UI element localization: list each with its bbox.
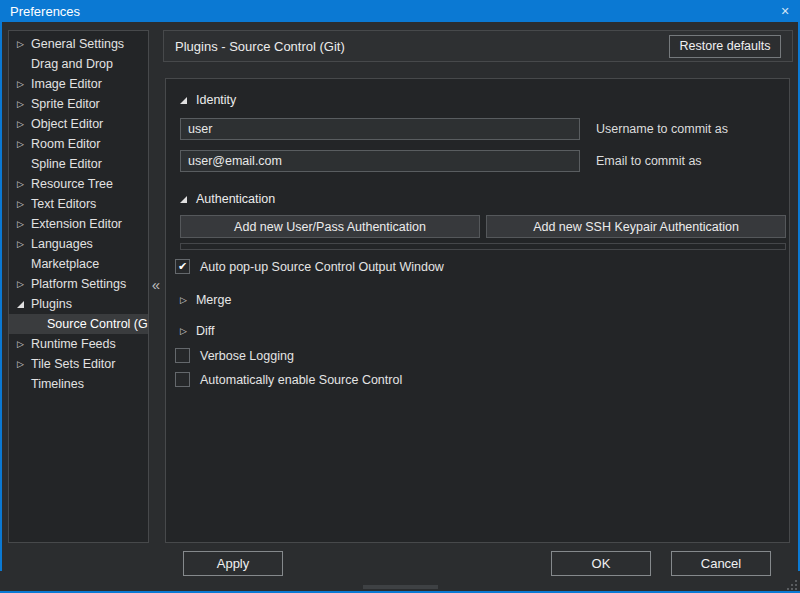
authentication-section-header[interactable]: Authentication [180,191,787,207]
auto-popup-row: ✔ Auto pop-up Source Control Output Wind… [175,259,787,274]
sidebar-item-label: Source Control (Git) [47,317,149,331]
sidebar-item-plugins[interactable]: Plugins [9,294,148,314]
collapsed-arrow-icon[interactable]: ▷ [17,140,31,149]
auto-popup-label: Auto pop-up Source Control Output Window [200,260,444,274]
sidebar-item-label: Timelines [31,377,84,391]
checkmark-icon: ✔ [178,261,187,272]
sidebar-item-tile-sets-editor[interactable]: ▷Tile Sets Editor [9,354,148,374]
sidebar-item-room-editor[interactable]: ▷Room Editor [9,134,148,154]
auto-enable-source-control-label: Automatically enable Source Control [200,373,402,387]
username-field-label: Username to commit as [596,122,728,136]
sidebar-item-timelines[interactable]: Timelines [9,374,148,394]
sidebar-item-image-editor[interactable]: ▷Image Editor [9,74,148,94]
sidebar-item-label: Runtime Feeds [31,337,116,351]
collapsed-arrow-icon[interactable]: ▷ [180,296,187,305]
restore-defaults-button[interactable]: Restore defaults [669,35,781,58]
apply-button[interactable]: Apply [183,551,283,576]
auto-enable-source-control-checkbox[interactable]: ✔ [175,372,190,387]
diff-section-label: Diff [196,324,215,338]
sidebar-item-object-editor[interactable]: ▷Object Editor [9,114,148,134]
horizontal-scrollbar-thumb[interactable] [363,585,438,589]
sidebar-item-label: Tile Sets Editor [31,357,115,371]
sidebar-item-label: Languages [31,237,93,251]
collapsed-arrow-icon[interactable]: ▷ [17,120,31,129]
merge-section-label: Merge [196,293,231,307]
page-header: Plugins - Source Control (Git) Restore d… [163,30,793,62]
collapsed-arrow-icon[interactable]: ▷ [180,327,187,336]
expanded-arrow-icon[interactable] [17,301,31,308]
sidebar-item-marketplace[interactable]: Marketplace [9,254,148,274]
sidebar-item-label: Object Editor [31,117,103,131]
sidebar-item-label: Spline Editor [31,157,102,171]
collapsed-arrow-icon[interactable]: ▷ [17,360,31,369]
cancel-button[interactable]: Cancel [671,551,771,576]
collapsed-arrow-icon[interactable]: ▷ [17,180,31,189]
sidebar-item-label: General Settings [31,37,124,51]
verbose-logging-row: ✔ Verbose Logging [175,348,787,363]
collapsed-arrow-icon[interactable]: ▷ [17,220,31,229]
authentication-buttons-row: Add new User/Pass Authentication Add new… [180,215,786,238]
sidebar-item-label: Text Editors [31,197,96,211]
expanded-arrow-icon[interactable] [180,196,187,203]
collapsed-arrow-icon[interactable]: ▷ [17,340,31,349]
resize-grip-icon[interactable] [787,580,797,590]
collapsed-arrow-icon[interactable]: ▷ [17,240,31,249]
sidebar-item-source-control-git[interactable]: Source Control (Git) [9,314,148,334]
collapsed-arrow-icon[interactable]: ▷ [17,100,31,109]
sidebar-item-label: Resource Tree [31,177,113,191]
settings-panel: Identity Username to commit as Email to … [165,78,790,543]
sidebar-item-label: Image Editor [31,77,102,91]
sidebar-item-spline-editor[interactable]: Spline Editor [9,154,148,174]
collapsed-arrow-icon[interactable]: ▷ [17,280,31,289]
collapsed-arrow-icon[interactable]: ▷ [17,40,31,49]
auto-enable-row: ✔ Automatically enable Source Control [175,372,787,387]
collapsed-arrow-icon[interactable]: ▷ [17,200,31,209]
preferences-tree: ▷General SettingsDrag and Drop▷Image Edi… [8,30,149,543]
sidebar-item-runtime-feeds[interactable]: ▷Runtime Feeds [9,334,148,354]
identity-section-label: Identity [196,93,236,107]
sidebar-item-label: Drag and Drop [31,57,113,71]
merge-section-header[interactable]: ▷ Merge [180,293,787,307]
identity-section-header[interactable]: Identity [180,92,787,108]
add-userpass-auth-button[interactable]: Add new User/Pass Authentication [180,215,480,238]
window-titlebar: Preferences ✕ [0,0,800,22]
sidebar-item-general-settings[interactable]: ▷General Settings [9,34,148,54]
sidebar-item-label: Platform Settings [31,277,126,291]
sidebar-item-languages[interactable]: ▷Languages [9,234,148,254]
close-icon[interactable]: ✕ [770,0,800,22]
username-row: Username to commit as [180,118,787,140]
collapsed-arrow-icon[interactable]: ▷ [17,80,31,89]
sidebar-item-platform-settings[interactable]: ▷Platform Settings [9,274,148,294]
sidebar-item-label: Plugins [31,297,72,311]
email-input[interactable] [180,150,580,172]
sidebar-item-resource-tree[interactable]: ▷Resource Tree [9,174,148,194]
sidebar-collapse-icon[interactable]: « [149,276,163,294]
auto-popup-checkbox[interactable]: ✔ [175,259,190,274]
add-ssh-keypair-auth-button[interactable]: Add new SSH Keypair Authentication [486,215,786,238]
sidebar-item-drag-and-drop[interactable]: Drag and Drop [9,54,148,74]
authentication-section-label: Authentication [196,192,275,206]
sidebar-item-label: Marketplace [31,257,99,271]
window-title: Preferences [0,4,770,19]
sidebar-item-label: Room Editor [31,137,100,151]
email-row: Email to commit as [180,150,787,172]
email-field-label: Email to commit as [596,154,702,168]
diff-section-header[interactable]: ▷ Diff [180,324,787,338]
verbose-logging-checkbox[interactable]: ✔ [175,348,190,363]
sidebar-item-text-editors[interactable]: ▷Text Editors [9,194,148,214]
window-border-left [0,0,2,571]
ok-button[interactable]: OK [551,551,651,576]
sidebar-item-label: Extension Editor [31,217,122,231]
sidebar-item-extension-editor[interactable]: ▷Extension Editor [9,214,148,234]
expanded-arrow-icon[interactable] [180,97,187,104]
username-input[interactable] [180,118,580,140]
sidebar-item-sprite-editor[interactable]: ▷Sprite Editor [9,94,148,114]
sidebar-item-label: Sprite Editor [31,97,100,111]
verbose-logging-label: Verbose Logging [200,349,294,363]
page-title: Plugins - Source Control (Git) [175,39,669,54]
authentication-empty-list [180,243,786,250]
